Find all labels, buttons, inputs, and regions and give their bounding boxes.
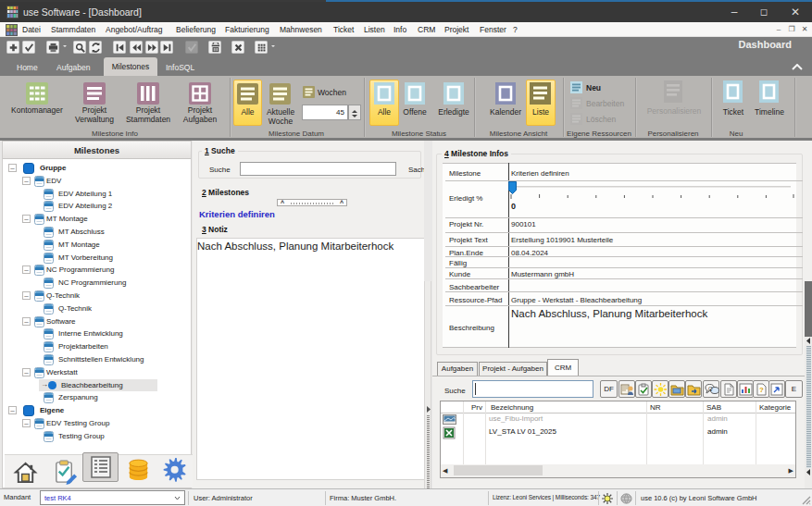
svg-text:?: ?	[759, 386, 764, 394]
svg-text:Q: Q	[708, 386, 713, 391]
